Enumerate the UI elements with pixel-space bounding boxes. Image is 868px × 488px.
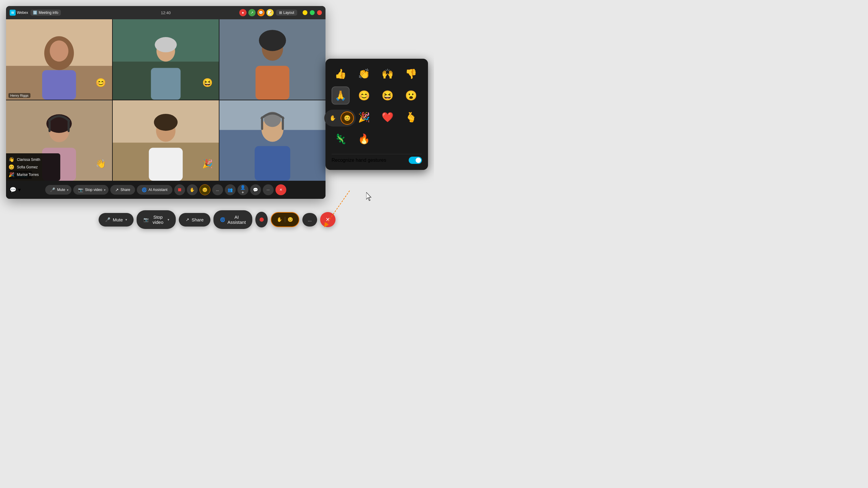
participants-button[interactable]: 👥 [225,184,236,195]
ai-assistant-button[interactable]: 🌀 AI Assistant [137,185,173,195]
emoji-fire[interactable]: 🔥 [355,130,373,148]
webex-logo-icon: W [10,10,16,16]
emoji-highfive[interactable]: 🙌 [378,65,397,83]
close-button[interactable]: ✕ [317,10,322,15]
hand-gesture-label: Recognize hand gestures [332,158,386,163]
svg-point-5 [50,40,68,61]
video-cell-1: 😊 Henry Riggs [6,19,112,100]
share-button[interactable]: ↗ Share [110,185,135,195]
ft-more-button[interactable]: ... [302,213,317,227]
window-controls: − □ ✕ [303,10,322,15]
ft-hand-emoji-button[interactable]: ✋ 😊 [271,212,299,227]
panel-emoji-button[interactable]: 😊 [341,111,354,125]
emoji-party[interactable]: 🎉 [355,108,373,126]
record-dot [178,188,181,191]
ft-ai-button[interactable]: 🌀 AI Assistant [213,210,253,229]
emoji-thumbsup[interactable]: 👍 [332,65,350,83]
end-call-button[interactable]: ✕ [276,184,286,195]
participant-list: 👋 Clarissa Smith 😊 Sofia Gomez 🎉 Marise … [6,153,60,181]
emoji-empty-2 [402,130,420,148]
participant-video-3 [219,19,326,100]
stop-video-button[interactable]: 📷 Stop video ▾ [73,185,108,195]
ft-share-icon: ↗ [186,217,189,222]
svg-point-17 [259,30,286,51]
title-bar-left: W Webex ℹ️ Meeting info [10,10,61,16]
ft-record-dot [259,218,264,222]
hand-gesture-toggle[interactable] [409,157,422,164]
participant-video-6 [219,100,326,181]
more-button[interactable]: ... [212,184,223,195]
participant-emoji-2: 😊 [8,164,14,170]
more-label: ... [216,188,219,192]
participant-label-1: Henry Riggs [8,93,30,98]
ft-emoji-icon: 😊 [285,217,293,222]
emoji-heart[interactable]: ❤️ [378,108,397,126]
participants-icon: 👥 [227,187,233,192]
participant-name-3: Marise Torres [17,173,38,177]
ft-share-label: Share [192,217,204,222]
ft-hand-icon: ✋ [277,217,282,222]
app-name-label: Webex [17,10,28,15]
ft-video-button[interactable]: 📷 Stop video ▾ [137,210,176,229]
mute-button[interactable]: 🎤 Mute ▾ [45,185,71,195]
chat-icon[interactable]: 💬 [10,187,16,193]
ft-ai-label: AI Assistant [227,215,246,225]
video-cell-6 [219,100,326,181]
panel-anchor-buttons: ✋ 😊 [324,110,355,127]
ft-ai-icon: 🌀 [220,217,225,222]
participant-video-5 [113,100,219,181]
emoji-pray[interactable]: 🙏 [332,87,350,104]
ft-mute-button[interactable]: 🎤 Mute ▾ [98,213,133,227]
emoji-surprised[interactable]: 😮 [402,87,420,104]
emoji-smile[interactable]: 😊 [355,87,373,104]
emoji-thumbsdown[interactable]: 👎 [402,65,420,83]
minimize-button[interactable]: − [303,10,307,15]
info-icon: ℹ️ [33,10,37,15]
ft-end-icon: ✕ [326,216,330,223]
controls-bar: 💬 ▾ 🎤 Mute ▾ 📷 Stop video ▾ ↗ Share 🌀 AI… [6,181,326,199]
participant-emoji-1: 👋 [8,157,14,162]
record-button[interactable] [174,184,185,195]
participant-video-1 [6,19,112,100]
ft-video-arrow: ▾ [167,218,169,222]
panel-footer: Recognize hand gestures [332,154,422,164]
chat-icon-ctrl: 💬 [253,187,258,192]
meeting-info-button[interactable]: ℹ️ Meeting info [30,10,61,16]
share-icon: ↗ [115,187,119,192]
chat-arrow[interactable]: ▾ [18,187,21,193]
end-label: ✕ [279,188,282,192]
ai-label: AI Assistant [149,188,167,192]
video-cell-5: 🎉 [113,100,219,181]
emoji-clap[interactable]: 👏 [355,65,373,83]
hand-button[interactable]: ✋ [187,184,198,195]
panel-hand-button[interactable]: ✋ [326,111,339,125]
more-options-button[interactable]: ··· [263,184,274,195]
more-options-label: ··· [267,188,270,192]
add-participant-button[interactable]: 👤+ [238,184,248,195]
status-icons: ● ↗ 💬 📝 [239,9,274,16]
ft-end-button[interactable]: ✕ [320,212,336,227]
emoji-lizard[interactable]: 🦎 [332,130,350,148]
chat-status-icon: 💬 [257,9,265,16]
layout-button[interactable]: ⊞ Layout [276,10,297,16]
chat-button[interactable]: 💬 [250,184,261,195]
svg-point-11 [155,37,177,53]
mute-label: Mute [57,188,65,192]
emoji-reaction-button[interactable]: 😊 [199,184,210,195]
participant-emoji-3: 🎉 [8,172,14,177]
ft-record-button[interactable] [255,212,268,227]
emoji-snap[interactable]: 🫰 [402,108,420,126]
ft-share-button[interactable]: ↗ Share [179,213,210,227]
stop-video-label: Stop video [85,188,102,192]
ft-video-label: Stop video [151,215,165,225]
maximize-button[interactable]: □ [310,10,315,15]
note-status-icon: 📝 [267,9,274,16]
title-bar-right: ● ↗ 💬 📝 ⊞ Layout − □ ✕ [239,9,322,16]
emoji-laugh[interactable]: 😆 [378,87,397,104]
ft-more-label: ... [308,217,312,222]
share-status-icon: ↗ [248,9,255,16]
emoji-grid: 👍 👏 🙌 👎 🙏 😊 😆 😮 😢 🎉 ❤️ 🫰 🦎 🔥 [332,65,422,148]
mute-arrow: ▾ [67,188,68,192]
video-cell-3 [219,19,326,100]
meeting-info-label: Meeting info [38,10,58,15]
